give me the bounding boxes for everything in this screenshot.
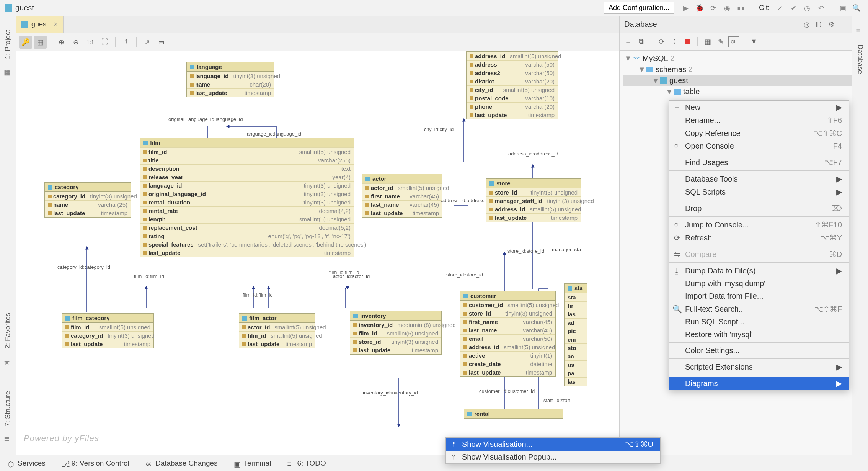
console-icon[interactable]: QL [728,36,739,47]
refresh-icon[interactable]: ⟳ [656,36,667,47]
download-icon: ⭳ [673,267,681,275]
menu-open-console[interactable]: QLOpen ConsoleF4 [669,140,849,152]
diagram-canvas[interactable]: language language_idtinyint(3) unsigned … [16,51,619,455]
table-icon[interactable]: ▦ [702,36,713,47]
zoom-out-icon[interactable]: ⊖ [69,36,82,49]
table-view-icon[interactable]: ▦ [34,36,47,49]
profile-icon[interactable]: ◉ [721,2,733,14]
todo-button[interactable]: ≡6: TODO [287,459,326,468]
search-icon: 🔍 [673,305,681,313]
menu-dump-mysqldump[interactable]: Dump with 'mysqldump' [669,277,849,290]
terminal-button[interactable]: ▣Terminal [234,459,271,468]
menu-fulltext-search[interactable]: 🔍Full-text Search...⌥⇧⌘F [669,303,849,316]
search-everywhere-icon[interactable]: 🔍 [851,2,862,14]
key-toggle-icon[interactable]: 🔑 [19,36,32,49]
editor-tabs: guest × [16,16,619,33]
compare-icon: ⇋ [673,250,681,258]
menu-scripted-extensions[interactable]: Scripted Extensions▶ [669,360,849,373]
diagram-icon: ⫯ [450,440,458,448]
zoom-reset-icon[interactable]: 1:1 [84,36,97,49]
schema-guest-node[interactable]: ▼guest [623,75,852,86]
table-language[interactable]: language language_idtinyint(3) unsigned … [186,62,274,97]
export-icon[interactable]: ↗ [140,36,153,49]
coverage-icon[interactable]: ⟳ [708,2,719,14]
git-revert-icon[interactable]: ↶ [815,2,827,14]
database-icon: ≡ [856,27,865,35]
title-bar: guest Add Configuration... ▶ 🐞 ⟳ ◉ ∎∎ Gi… [0,0,868,16]
tab-guest[interactable]: guest × [16,16,64,33]
panel-title: Database [624,20,657,29]
status-bar: ⬡Services ⎇9: Version Control ≋Database … [0,455,868,471]
table-store[interactable]: store store_idtinyint(3) unsigned manage… [486,178,581,222]
stop-icon[interactable]: ∎∎ [735,2,747,14]
version-control-button[interactable]: ⎇9: Version Control [62,459,129,468]
table-category[interactable]: category category_idtinyint(3) unsigned … [44,182,131,218]
services-button[interactable]: ⬡Services [8,459,46,468]
menu-find-usages[interactable]: Find Usages⌥F7 [669,156,849,169]
right-tool-strip: ≡ Database [852,16,868,455]
table-partial-sta[interactable]: sta sta fir las ad pic em sto ac us pa l… [564,283,587,386]
menu-database-tools[interactable]: Database Tools▶ [669,172,849,185]
menu-diagrams[interactable]: Diagrams▶ [669,377,849,390]
table-inventory[interactable]: inventory inventory_idmediumint(8) unsig… [350,311,442,355]
print-icon[interactable]: 🖶 [155,36,168,49]
folder-icon: ▦ [4,68,12,77]
git-update-icon[interactable]: ↙ [774,2,785,14]
stop-icon[interactable] [682,36,693,47]
star-icon: ★ [4,358,12,366]
table-actor[interactable]: actor actor_idsmallint(5) unsigned first… [362,174,442,218]
split-icon[interactable]: ⫿⫿ [815,20,823,29]
menu-dump-data[interactable]: ⭳Dump Data to File(s)▶ [669,264,849,277]
menu-run-sql[interactable]: Run SQL Script... [669,316,849,328]
favorites-tool-button[interactable]: 2: Favorites [4,313,12,349]
duplicate-icon[interactable]: ⧉ [636,36,646,47]
table-rental[interactable]: rental [464,409,563,419]
layout-icon[interactable]: ⤴ [119,36,132,49]
schemas-node[interactable]: ▼schemas2 [623,64,852,75]
zoom-in-icon[interactable]: ⊕ [55,36,68,49]
menu-copy-reference[interactable]: Copy Reference⌥⇧⌘C [669,127,849,140]
menu-import-data[interactable]: Import Data from File... [669,290,849,303]
menu-restore[interactable]: Restore with 'mysql' [669,328,849,341]
table-customer[interactable]: customer customer_idsmallint(5) unsigned… [460,291,556,377]
add-icon[interactable]: ＋ [623,36,633,47]
debug-icon[interactable]: 🐞 [694,2,705,14]
menu-color-settings[interactable]: Color Settings... [669,344,849,357]
menu-rename[interactable]: Rename...⇧F6 [669,114,849,127]
structure-tool-button[interactable]: 7: Structure [4,391,12,427]
ide-settings-icon[interactable]: ▣ [837,2,848,14]
menu-sql-scripts[interactable]: SQL Scripts▶ [669,185,849,198]
table-address[interactable]: address_idsmallint(5) unsigned addressva… [466,51,558,119]
add-configuration-button[interactable]: Add Configuration... [604,2,674,14]
project-tool-button[interactable]: 1: Project [4,30,12,59]
fit-content-icon[interactable]: ⛶ [98,36,111,49]
menu-compare[interactable]: ⇋Compare⌘D [669,248,849,261]
diagram-icon [5,4,12,12]
menu-refresh[interactable]: ⟳Refresh⌥⌘Y [669,231,849,244]
refresh-icon: ⟳ [673,234,681,242]
diagram-icon [21,21,28,28]
datasource-node[interactable]: ▼〰MySQL2 [623,53,852,64]
git-history-icon[interactable]: ◷ [801,2,813,14]
table-film-actor[interactable]: film_actor actor_idsmallint(5) unsigned … [239,313,315,348]
edit-icon[interactable]: ✎ [715,36,726,47]
target-icon[interactable]: ◎ [803,20,811,29]
left-tool-strip: 1: Project ▦ 2: Favorites ★ 7: Structure… [0,16,16,455]
menu-drop[interactable]: Drop⌦ [669,202,849,215]
menu-jump-console[interactable]: QLJump to Console...⇧⌘F10 [669,218,849,231]
minimize-icon[interactable]: — [840,20,847,29]
git-commit-icon[interactable]: ✔ [788,2,799,14]
tables-node[interactable]: ▼table [623,86,852,97]
close-icon[interactable]: × [54,20,58,28]
filter-icon[interactable]: ▼ [749,36,759,47]
table-film-category[interactable]: film_category film_idsmallint(5) unsigne… [62,313,154,348]
database-changes-button[interactable]: ≋Database Changes [145,459,218,468]
sync-icon[interactable]: ⤸ [669,36,680,47]
run-icon[interactable]: ▶ [680,2,692,14]
menu-show-visualisation[interactable]: ⫯ Show Visualisation... ⌥⇧⌘U [446,438,660,451]
menu-new[interactable]: ＋New▶ [669,101,849,114]
gear-icon[interactable]: ⚙ [827,20,835,29]
database-tool-button[interactable]: Database [856,44,864,74]
table-film[interactable]: film film_idsmallint(5) unsigned titleva… [140,138,354,257]
menu-show-visualisation-popup[interactable]: ⫯ Show Visualisation Popup... [446,451,660,463]
